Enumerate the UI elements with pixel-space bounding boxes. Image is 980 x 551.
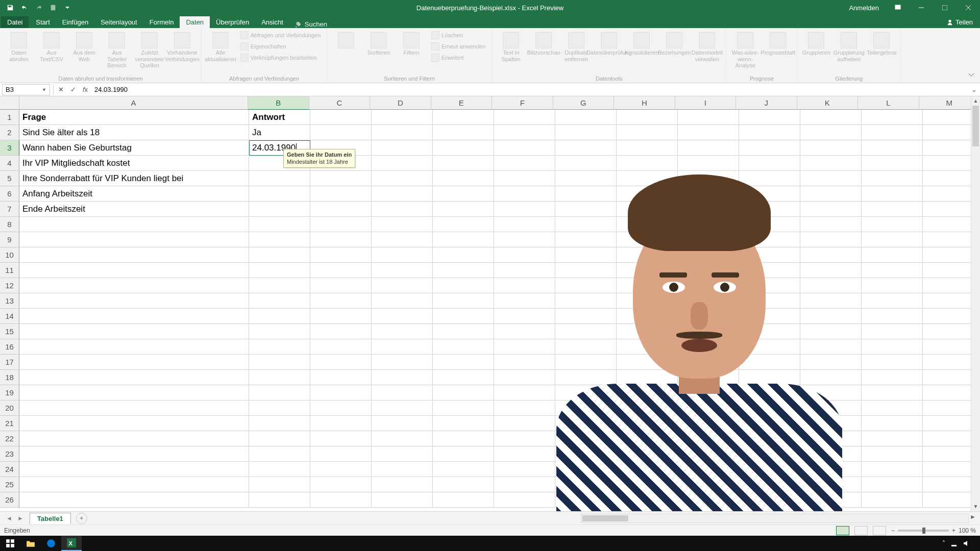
cell[interactable] xyxy=(678,293,739,309)
sheet-nav-prev-icon[interactable]: ◄ xyxy=(4,514,14,523)
ribbon-button[interactable]: Datenüberprüfung xyxy=(594,30,624,58)
ribbon-button[interactable]: Beziehungen xyxy=(659,30,689,58)
tab-start[interactable]: Start xyxy=(30,16,56,28)
collapse-ribbon-icon[interactable] xyxy=(968,71,977,81)
cell[interactable] xyxy=(494,110,555,125)
view-normal-button[interactable] xyxy=(836,526,849,535)
row-header[interactable]: 22 xyxy=(0,431,19,446)
cell[interactable] xyxy=(678,171,739,186)
cell[interactable] xyxy=(372,492,433,508)
cell[interactable] xyxy=(249,309,310,324)
cell[interactable] xyxy=(433,186,494,202)
row-header[interactable]: 7 xyxy=(0,202,19,217)
cell[interactable] xyxy=(800,202,862,217)
cell[interactable] xyxy=(617,370,678,385)
cell[interactable] xyxy=(19,416,249,431)
cell[interactable] xyxy=(555,309,617,324)
cell[interactable] xyxy=(433,385,494,400)
cell[interactable] xyxy=(433,278,494,293)
cell[interactable] xyxy=(862,247,923,263)
cell[interactable] xyxy=(372,263,433,278)
cell[interactable] xyxy=(862,110,923,125)
cell[interactable] xyxy=(739,385,800,400)
cell[interactable] xyxy=(310,309,372,324)
cell[interactable] xyxy=(678,263,739,278)
cell[interactable] xyxy=(862,370,923,385)
cell[interactable] xyxy=(310,462,372,477)
cell[interactable] xyxy=(617,446,678,462)
cell[interactable] xyxy=(617,355,678,370)
view-page-break-button[interactable] xyxy=(873,526,886,535)
cell[interactable] xyxy=(249,278,310,293)
cell[interactable] xyxy=(494,416,555,431)
cell[interactable] xyxy=(617,431,678,446)
cell[interactable] xyxy=(800,232,862,247)
row-header[interactable]: 9 xyxy=(0,232,19,247)
cell[interactable] xyxy=(617,385,678,400)
cell[interactable] xyxy=(862,202,923,217)
excel-taskbar-button[interactable]: X xyxy=(61,536,82,551)
ribbon-button[interactable] xyxy=(331,30,361,52)
cell[interactable] xyxy=(617,156,678,171)
cell[interactable] xyxy=(800,140,862,156)
cell[interactable] xyxy=(310,171,372,186)
cell[interactable] xyxy=(249,416,310,431)
cell[interactable] xyxy=(678,217,739,232)
redo-icon[interactable] xyxy=(33,2,45,14)
cell[interactable] xyxy=(310,263,372,278)
tell-me-search[interactable]: Suchen xyxy=(289,20,332,28)
column-header[interactable]: C xyxy=(309,96,371,110)
cell[interactable] xyxy=(678,462,739,477)
cell[interactable] xyxy=(494,232,555,247)
cell[interactable] xyxy=(555,278,617,293)
cell[interactable] xyxy=(800,477,862,492)
cell[interactable] xyxy=(800,385,862,400)
tab-formeln[interactable]: Formeln xyxy=(143,16,180,28)
cell[interactable] xyxy=(19,247,249,263)
cell[interactable] xyxy=(555,339,617,355)
cell[interactable] xyxy=(372,232,433,247)
cell[interactable] xyxy=(617,140,678,156)
cell[interactable] xyxy=(433,202,494,217)
cell[interactable] xyxy=(494,140,555,156)
ribbon-button[interactable]: Zuletzt verwendete Quellen xyxy=(135,30,164,71)
cell[interactable] xyxy=(372,416,433,431)
cell[interactable] xyxy=(555,293,617,309)
scroll-thumb[interactable] xyxy=(972,106,979,146)
cell[interactable] xyxy=(800,462,862,477)
cell[interactable] xyxy=(678,431,739,446)
cell[interactable] xyxy=(249,385,310,400)
cell[interactable] xyxy=(862,385,923,400)
cell[interactable] xyxy=(494,263,555,278)
cell[interactable] xyxy=(555,355,617,370)
zoom-slider[interactable] xyxy=(898,530,949,532)
cell[interactable] xyxy=(555,416,617,431)
cell[interactable] xyxy=(494,385,555,400)
row-header[interactable]: 24 xyxy=(0,462,19,477)
ribbon-button[interactable]: Teilergebnis xyxy=(867,30,896,58)
row-header[interactable]: 20 xyxy=(0,400,19,416)
cell[interactable] xyxy=(555,492,617,508)
cell[interactable] xyxy=(494,492,555,508)
zoom-in-button[interactable]: + xyxy=(952,527,955,534)
name-box[interactable]: B3 ▼ xyxy=(2,84,50,95)
cell[interactable] xyxy=(800,309,862,324)
add-sheet-button[interactable]: + xyxy=(76,513,87,524)
ribbon-options-icon[interactable] xyxy=(886,0,910,15)
cell[interactable] xyxy=(372,217,433,232)
tab-file[interactable]: Datei xyxy=(1,16,29,28)
cell[interactable] xyxy=(678,400,739,416)
cell[interactable] xyxy=(249,232,310,247)
cell[interactable] xyxy=(310,324,372,339)
cell[interactable] xyxy=(433,446,494,462)
cell[interactable] xyxy=(19,263,249,278)
cell[interactable] xyxy=(310,370,372,385)
cell[interactable] xyxy=(310,416,372,431)
cell[interactable] xyxy=(249,202,310,217)
cell[interactable] xyxy=(617,263,678,278)
cell[interactable] xyxy=(494,324,555,339)
cell[interactable] xyxy=(494,125,555,140)
cell[interactable] xyxy=(862,171,923,186)
cell[interactable] xyxy=(310,492,372,508)
tab-daten[interactable]: Daten xyxy=(180,16,210,28)
